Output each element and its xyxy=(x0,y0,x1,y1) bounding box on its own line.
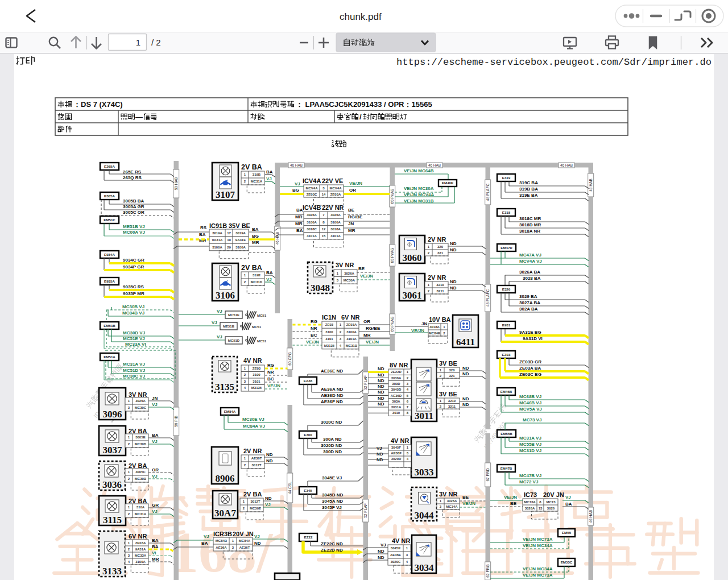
svg-text:52 PLAF: 52 PLAF xyxy=(363,503,367,518)
svg-text:3107: 3107 xyxy=(216,189,235,200)
svg-text:62 PRG: 62 PRG xyxy=(486,564,490,577)
svg-text:3005C: 3005C xyxy=(135,470,146,474)
svg-text:3100A: 3100A xyxy=(235,246,246,249)
svg-text:ND: ND xyxy=(378,555,384,560)
svg-text:EM46E: EM46E xyxy=(442,181,453,185)
svg-text:MC30E: MC30E xyxy=(250,507,261,510)
svg-text:EA36: EA36 xyxy=(304,379,313,383)
svg-text:VJ: VJ xyxy=(217,334,222,339)
svg-text:E318: E318 xyxy=(502,210,511,214)
svg-text:E300: E300 xyxy=(304,433,312,437)
svg-text:BE: BE xyxy=(348,208,355,213)
svg-text:10V BA: 10V BA xyxy=(429,316,451,323)
svg-text:BE: BE xyxy=(462,495,469,500)
svg-text:320: 320 xyxy=(437,245,444,248)
svg-text:321: 321 xyxy=(437,251,444,255)
svg-text:MC31D: MC31D xyxy=(251,280,263,284)
svg-text:VJ: VJ xyxy=(295,181,300,187)
svg-text:VJ: VJ xyxy=(265,502,271,507)
svg-text:ZE22C ND: ZE22C ND xyxy=(321,541,343,546)
svg-text:3045F: 3045F xyxy=(391,446,401,449)
svg-text:8V NR: 8V NR xyxy=(390,362,408,368)
svg-text:BG: BG xyxy=(292,188,299,193)
svg-text:BG: BG xyxy=(252,234,259,239)
svg-text:3018D MR: 3018D MR xyxy=(519,222,541,227)
svg-text:4V NR: 4V NR xyxy=(243,357,262,364)
svg-text:MC51E: MC51E xyxy=(228,313,239,317)
svg-text:chunk.pdf: chunk.pdf xyxy=(340,11,382,22)
svg-text:E345: E345 xyxy=(304,488,312,492)
svg-text:IC73: IC73 xyxy=(524,491,537,498)
svg-text:VE/JN MC34A: VE/JN MC34A xyxy=(523,566,553,571)
svg-text:MC30D: MC30D xyxy=(135,442,147,446)
svg-text:3031A: 3031A xyxy=(391,405,402,409)
svg-text:VJ: VJ xyxy=(152,509,158,514)
svg-text:AE36F: AE36F xyxy=(391,451,402,455)
svg-text:3034: 3034 xyxy=(415,562,435,573)
svg-text:3135: 3135 xyxy=(215,382,234,392)
svg-text:BC: BC xyxy=(311,333,317,338)
svg-text:AE36E: AE36E xyxy=(390,553,401,557)
svg-text:VJ: VJ xyxy=(152,474,158,479)
svg-text:3026A: 3026A xyxy=(330,213,341,217)
svg-text:OR: OR xyxy=(363,319,370,324)
svg-text:9A31E BG: 9A31E BG xyxy=(519,330,541,335)
svg-text:BA: BA xyxy=(152,433,159,438)
svg-text:17: 17 xyxy=(227,231,231,235)
svg-text:300D ND: 300D ND xyxy=(323,449,342,454)
svg-text:：DS 7 (X74C): ：DS 7 (X74C) xyxy=(73,100,123,109)
svg-text:E305A: E305A xyxy=(104,194,115,198)
svg-text:ND: ND xyxy=(462,402,469,407)
svg-text:EM55C: EM55C xyxy=(561,560,573,564)
svg-text:VJ: VJ xyxy=(204,534,209,539)
svg-text:3210: 3210 xyxy=(448,399,456,403)
svg-text:3100: 3100 xyxy=(325,330,333,334)
svg-text:3027A BA: 3027A BA xyxy=(519,300,540,305)
svg-text:2V NR: 2V NR xyxy=(428,274,446,281)
svg-text:MR: MR xyxy=(152,557,159,562)
svg-text:EM55B: EM55B xyxy=(500,432,512,436)
svg-text:VE/JN MC73A: VE/JN MC73A xyxy=(523,573,553,578)
svg-text:320: 320 xyxy=(449,368,455,372)
svg-text:3133: 3133 xyxy=(102,566,122,577)
svg-text:RG: RG xyxy=(311,319,317,324)
svg-text:OR: OR xyxy=(152,467,159,473)
svg-text:MC84B VJ: MC84B VJ xyxy=(122,310,144,316)
svg-text:60 PVAG: 60 PVAG xyxy=(390,248,394,263)
svg-text:ND: ND xyxy=(378,378,384,383)
svg-text:MC46B VJ: MC46B VJ xyxy=(519,400,541,405)
svg-text:3V NR: 3V NR xyxy=(439,491,457,498)
svg-text:319C BA: 319C BA xyxy=(519,180,538,185)
svg-text:3029 BA: 3029 BA xyxy=(519,294,537,299)
svg-text:BE: BE xyxy=(510,501,517,506)
svg-text:MC31A VJ: MC31A VJ xyxy=(123,362,145,367)
svg-text:32 PLAF: 32 PLAF xyxy=(363,375,367,390)
svg-text:3019: 3019 xyxy=(392,411,400,415)
svg-text:EM55: EM55 xyxy=(562,531,572,535)
svg-text:3045F VJ: 3045F VJ xyxy=(322,505,342,510)
svg-text:MR: MR xyxy=(363,333,371,338)
svg-text:ND: ND xyxy=(378,549,384,554)
svg-text:1: 1 xyxy=(136,38,140,47)
svg-text:ZE22D: ZE22D xyxy=(391,370,402,374)
svg-text:ZE03A: ZE03A xyxy=(330,193,341,196)
svg-text:MCV5A VJ: MCV5A VJ xyxy=(519,407,542,412)
svg-text:VE/JN MC73A: VE/JN MC73A xyxy=(523,537,553,542)
svg-text:MC30C VJ: MC30C VJ xyxy=(123,374,145,379)
svg-text:BE: BE xyxy=(358,266,365,271)
svg-text:NR: NR xyxy=(311,326,317,331)
svg-text:2V BA: 2V BA xyxy=(241,163,262,171)
svg-text:ND: ND xyxy=(266,458,273,463)
svg-text:E326: E326 xyxy=(502,287,511,291)
svg-text:3037: 3037 xyxy=(103,445,123,455)
svg-text:3020D: 3020D xyxy=(391,457,402,461)
svg-text:3018A: 3018A xyxy=(429,325,440,329)
svg-text:ZE03A: ZE03A xyxy=(135,541,146,545)
svg-text:4V NR: 4V NR xyxy=(391,437,409,444)
svg-text:JN: JN xyxy=(152,396,158,401)
svg-text:3044: 3044 xyxy=(415,510,435,521)
svg-text:VJ: VJ xyxy=(152,439,158,444)
svg-text:MC51D VJ: MC51D VJ xyxy=(123,368,145,373)
svg-text:MC73: MC73 xyxy=(546,500,556,504)
svg-text:ZE03: ZE03 xyxy=(253,367,261,370)
